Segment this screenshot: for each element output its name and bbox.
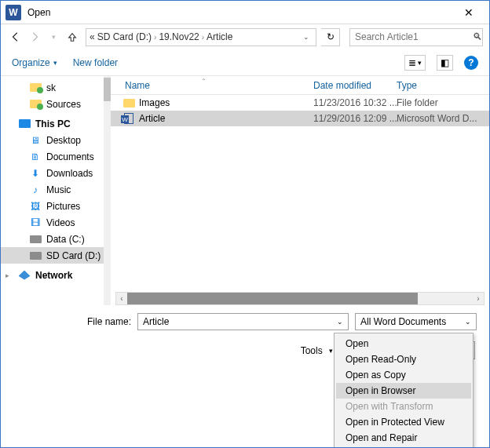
file-date: 11/29/2016 12:09 ...: [313, 113, 397, 124]
word-doc-icon: [122, 113, 136, 124]
videos-icon: 🎞: [29, 217, 42, 228]
breadcrumb-seg-1[interactable]: 19.Nov22: [159, 31, 199, 42]
tree-item-network[interactable]: ▸Network: [1, 267, 111, 283]
preview-icon: ◧: [441, 57, 449, 68]
music-icon: ♪: [29, 184, 42, 195]
scroll-right-icon[interactable]: ›: [473, 294, 484, 303]
filename-input[interactable]: Article⌄: [137, 313, 349, 330]
tree-item-videos[interactable]: 🎞Videos: [1, 214, 111, 231]
back-button[interactable]: [7, 28, 24, 46]
column-date[interactable]: Date modified: [313, 80, 397, 91]
menu-open-transform: Open with Transform: [336, 399, 471, 414]
file-name: Images: [136, 97, 313, 108]
breadcrumb-seg-0[interactable]: SD Card (D:): [97, 31, 152, 42]
expand-icon[interactable]: ▸: [5, 271, 9, 279]
horizontal-scrollbar[interactable]: ‹ ›: [115, 292, 485, 305]
tree-item-sk[interactable]: sk: [1, 79, 111, 96]
tools-menu[interactable]: Tools▾: [301, 345, 333, 356]
view-mode-button[interactable]: ≣▾: [404, 55, 426, 71]
chevron-down-icon[interactable]: ⌄: [337, 318, 343, 326]
menu-open-readonly[interactable]: Open Read-Only: [336, 351, 471, 367]
tree-scrollbar[interactable]: [104, 76, 111, 305]
filename-label: File name:: [13, 316, 131, 327]
breadcrumb[interactable]: « SD Card (D:) › 19.Nov22 › Article ⌄: [86, 28, 316, 46]
chevron-icon: ›: [202, 33, 204, 42]
menu-open-copy[interactable]: Open as Copy: [336, 367, 471, 383]
tree-item-music[interactable]: ♪Music: [1, 181, 111, 198]
menu-open-protected[interactable]: Open in Protected View: [336, 414, 471, 430]
search-input[interactable]: [355, 31, 473, 42]
recent-button[interactable]: ▾: [45, 28, 62, 46]
tree-item-data-c[interactable]: Data (C:): [1, 231, 111, 247]
file-type: Microsoft Word D...: [397, 113, 489, 124]
refresh-button[interactable]: ↻: [321, 28, 340, 46]
scroll-left-icon[interactable]: ‹: [116, 294, 127, 303]
scroll-thumb[interactable]: [127, 293, 418, 304]
word-app-icon: W: [5, 5, 21, 20]
file-name: Article: [136, 113, 313, 124]
downloads-icon: ⬇: [29, 168, 42, 179]
breadcrumb-prefix: «: [90, 31, 95, 42]
folder-tree[interactable]: sk Sources This PC 🖥Desktop 🗎Documents ⬇…: [1, 76, 111, 305]
search-icon[interactable]: 🔍︎: [473, 31, 482, 42]
tree-item-sources[interactable]: Sources: [1, 96, 111, 112]
tree-item-thispc[interactable]: This PC: [1, 115, 111, 132]
up-button[interactable]: [64, 28, 81, 46]
pictures-icon: 🖼: [29, 201, 42, 212]
filetype-filter[interactable]: All Word Documents⌄: [355, 313, 477, 330]
close-button[interactable]: ✕: [453, 2, 485, 23]
tree-item-downloads[interactable]: ⬇Downloads: [1, 165, 111, 181]
window-title: Open: [27, 7, 453, 18]
file-list[interactable]: Images 11/23/2016 10:32 ... File folder …: [111, 95, 489, 292]
breadcrumb-dropdown[interactable]: ⌄: [300, 33, 313, 41]
desktop-icon: 🖥: [29, 135, 42, 146]
tree-item-documents[interactable]: 🗎Documents: [1, 148, 111, 165]
new-folder-button[interactable]: New folder: [73, 57, 118, 68]
documents-icon: 🗎: [29, 151, 42, 162]
file-type: File folder: [397, 97, 489, 108]
menu-open[interactable]: Open: [336, 336, 471, 351]
search-box[interactable]: 🔍︎: [349, 28, 483, 46]
chevron-down-icon[interactable]: ⌄: [465, 318, 471, 326]
help-button[interactable]: ?: [464, 56, 478, 70]
column-name[interactable]: ⌃Name: [111, 80, 313, 91]
breadcrumb-seg-2[interactable]: Article: [207, 31, 232, 42]
list-icon: ≣: [408, 57, 416, 68]
menu-open-browser[interactable]: Open in Browser: [336, 383, 471, 399]
sort-indicator-icon: ⌃: [201, 78, 207, 85]
column-headers: ⌃Name Date modified Type: [111, 76, 489, 95]
menu-open-repair[interactable]: Open and Repair: [336, 430, 471, 446]
folder-icon: [122, 99, 136, 107]
file-row-article[interactable]: Article 11/29/2016 12:09 ... Microsoft W…: [111, 111, 489, 126]
tree-item-pictures[interactable]: 🖼Pictures: [1, 198, 111, 214]
tree-item-sdcard-d[interactable]: SD Card (D:): [1, 247, 111, 264]
organize-menu[interactable]: Organize▾: [12, 57, 57, 68]
file-date: 11/23/2016 10:32 ...: [313, 97, 397, 108]
open-dropdown-menu: Open Open Read-Only Open as Copy Open in…: [334, 333, 474, 448]
chevron-icon: ›: [154, 33, 156, 42]
column-type[interactable]: Type: [397, 80, 489, 91]
forward-button[interactable]: [26, 28, 43, 46]
preview-pane-button[interactable]: ◧: [437, 55, 453, 71]
tree-item-desktop[interactable]: 🖥Desktop: [1, 132, 111, 148]
file-row-images[interactable]: Images 11/23/2016 10:32 ... File folder: [111, 95, 489, 111]
